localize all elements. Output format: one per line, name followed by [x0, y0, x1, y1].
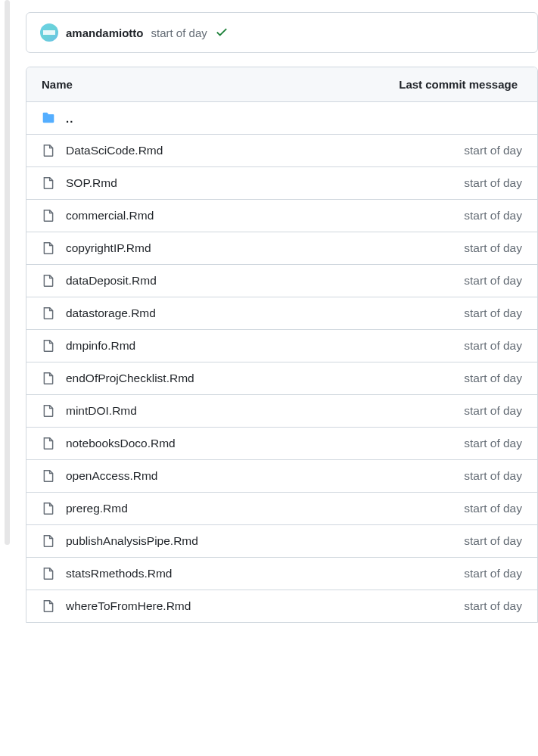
folder-icon: [42, 111, 55, 125]
file-commit-message[interactable]: start of day: [464, 567, 522, 580]
file-name-link[interactable]: datastorage.Rmd: [66, 306, 464, 320]
file-name-link[interactable]: publishAnalysisPipe.Rmd: [66, 534, 464, 548]
file-commit-message[interactable]: start of day: [464, 144, 522, 157]
file-icon: [42, 599, 55, 613]
file-name-link[interactable]: prereg.Rmd: [66, 502, 464, 515]
file-commit-message[interactable]: start of day: [464, 599, 522, 613]
file-row[interactable]: SOP.Rmdstart of day: [26, 167, 537, 200]
file-commit-message[interactable]: start of day: [464, 534, 522, 548]
file-name-link[interactable]: mintDOI.Rmd: [66, 404, 464, 418]
file-row[interactable]: copyrightIP.Rmdstart of day: [26, 232, 537, 265]
file-row[interactable]: notebooksDoco.Rmdstart of day: [26, 428, 537, 460]
file-commit-message[interactable]: start of day: [464, 372, 522, 385]
file-name-link[interactable]: SOP.Rmd: [66, 176, 464, 190]
file-row[interactable]: publishAnalysisPipe.Rmdstart of day: [26, 525, 537, 558]
file-commit-message[interactable]: start of day: [464, 469, 522, 483]
file-icon: [42, 502, 55, 515]
file-row[interactable]: DataSciCode.Rmdstart of day: [26, 135, 537, 167]
file-icon: [42, 274, 55, 288]
column-header-commit-message: Last commit message: [399, 78, 522, 91]
file-icon: [42, 209, 55, 222]
file-row[interactable]: commercial.Rmdstart of day: [26, 200, 537, 232]
commit-author[interactable]: amandamiotto: [66, 26, 144, 39]
parent-directory-row[interactable]: ..: [26, 102, 537, 135]
file-row[interactable]: dmpinfo.Rmdstart of day: [26, 330, 537, 362]
file-name-link[interactable]: copyrightIP.Rmd: [66, 241, 464, 255]
file-commit-message[interactable]: start of day: [464, 437, 522, 450]
file-icon: [42, 339, 55, 353]
commit-message[interactable]: start of day: [151, 26, 207, 39]
file-commit-message[interactable]: start of day: [464, 274, 522, 288]
file-commit-message[interactable]: start of day: [464, 209, 522, 222]
column-header-name: Name: [42, 78, 399, 91]
parent-directory-link[interactable]: ..: [66, 112, 522, 125]
file-icon: [42, 534, 55, 548]
scrollbar[interactable]: [5, 0, 10, 545]
file-list-header: Name Last commit message: [26, 67, 537, 102]
file-name-link[interactable]: dmpinfo.Rmd: [66, 339, 464, 353]
file-name-link[interactable]: endOfProjChecklist.Rmd: [66, 372, 464, 385]
file-name-link[interactable]: notebooksDoco.Rmd: [66, 437, 464, 450]
file-row[interactable]: dataDeposit.Rmdstart of day: [26, 265, 537, 297]
file-commit-message[interactable]: start of day: [464, 339, 522, 353]
file-icon: [42, 306, 55, 320]
file-icon: [42, 469, 55, 483]
file-name-link[interactable]: whereToFromHere.Rmd: [66, 599, 464, 613]
file-name-link[interactable]: commercial.Rmd: [66, 209, 464, 222]
file-row[interactable]: mintDOI.Rmdstart of day: [26, 395, 537, 428]
file-name-link[interactable]: statsRmethods.Rmd: [66, 567, 464, 580]
file-icon: [42, 437, 55, 450]
file-icon: [42, 176, 55, 190]
file-name-link[interactable]: openAccess.Rmd: [66, 469, 464, 483]
file-commit-message[interactable]: start of day: [464, 502, 522, 515]
file-row[interactable]: openAccess.Rmdstart of day: [26, 460, 537, 493]
file-icon: [42, 567, 55, 580]
file-icon: [42, 241, 55, 255]
file-icon: [42, 372, 55, 385]
file-icon: [42, 144, 55, 157]
check-icon[interactable]: [215, 25, 229, 41]
file-icon: [42, 404, 55, 418]
file-row[interactable]: whereToFromHere.Rmdstart of day: [26, 590, 537, 622]
file-row[interactable]: datastorage.Rmdstart of day: [26, 297, 537, 330]
file-commit-message[interactable]: start of day: [464, 241, 522, 255]
file-row[interactable]: prereg.Rmdstart of day: [26, 493, 537, 525]
file-commit-message[interactable]: start of day: [464, 404, 522, 418]
file-name-link[interactable]: dataDeposit.Rmd: [66, 274, 464, 288]
file-list: Name Last commit message .. DataSciCode.…: [26, 67, 538, 623]
file-commit-message[interactable]: start of day: [464, 176, 522, 190]
file-row[interactable]: statsRmethods.Rmdstart of day: [26, 558, 537, 590]
file-name-link[interactable]: DataSciCode.Rmd: [66, 144, 464, 157]
latest-commit-bar[interactable]: amandamiotto start of day: [26, 12, 538, 53]
avatar[interactable]: [40, 23, 58, 42]
file-commit-message[interactable]: start of day: [464, 306, 522, 320]
file-row[interactable]: endOfProjChecklist.Rmdstart of day: [26, 362, 537, 395]
